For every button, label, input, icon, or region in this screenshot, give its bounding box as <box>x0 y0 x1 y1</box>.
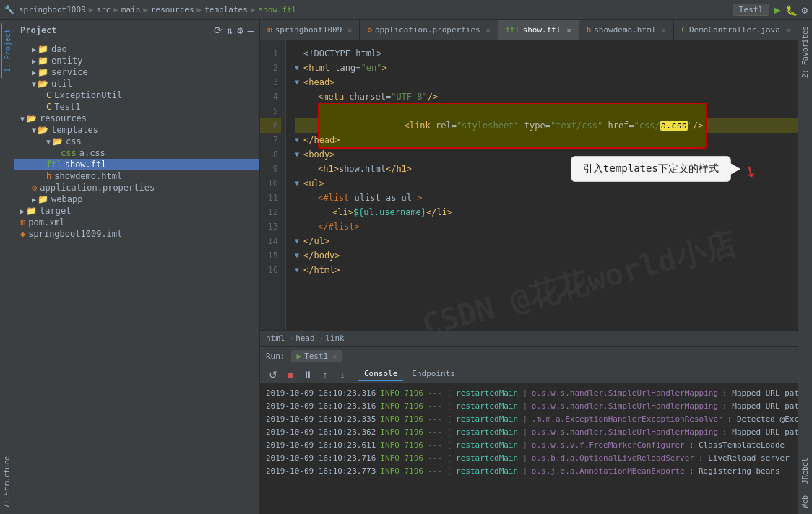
console-msg-3: : Detected @Exception <box>727 413 798 426</box>
line-num-6: 6 <box>260 118 281 133</box>
structure-tab[interactable]: 7: Structure <box>1 450 12 514</box>
tree-item-test1[interactable]: C Test1 <box>14 101 259 113</box>
console-tab-console[interactable]: Console <box>358 367 403 381</box>
restart-btn[interactable]: ↺ <box>266 367 280 382</box>
jrebel-tab[interactable]: JRebel <box>800 452 811 489</box>
line-num-14: 14 <box>260 234 281 248</box>
tree-label-appprops: application.properties <box>40 183 155 193</box>
code-line-13: </#list> <box>295 219 798 234</box>
console-msg-7: : Registering beans <box>689 465 780 478</box>
tree-item-service[interactable]: ▶ 📁 service <box>14 66 259 78</box>
tree-item-acss[interactable]: css a.css <box>14 147 259 159</box>
tab-icon-democontroller: C <box>681 25 686 35</box>
tree-item-appprops[interactable]: ⚙ application.properties <box>14 182 259 193</box>
arrow-css: ▼ <box>46 138 51 146</box>
console-class-2: o.s.w.s.handler.SimpleUrlHandlerMapping <box>532 400 718 413</box>
line-numbers: 1 2 3 4 5 6 7 8 9 10 11 12 13 14 <box>260 40 286 330</box>
tab-close-showftl[interactable]: ✕ <box>567 26 571 34</box>
tree-label-acss: a.css <box>79 148 105 158</box>
arrow-util: ▼ <box>32 80 36 88</box>
close-panel-icon[interactable]: — <box>248 25 254 36</box>
breadcrumb-project: springboot1009 <box>19 5 86 14</box>
code-area[interactable]: <!DOCTYPE html> ▼ <html lang="en"> ▼ <he… <box>286 40 798 330</box>
tab-showftl[interactable]: ftl show.ftl ✕ <box>498 20 579 40</box>
tab-springboot1009[interactable]: m springboot1009 ✕ <box>260 20 360 40</box>
tree-item-exceptionutil[interactable]: C ExceptionUtil <box>14 90 259 101</box>
tree-item-webapp[interactable]: ▶ 📁 webapp <box>14 193 259 205</box>
sync-icon[interactable]: ⟳ <box>214 25 223 36</box>
console-bracket-7: ] <box>522 465 527 478</box>
web-tab[interactable]: Web <box>800 489 811 514</box>
run-config[interactable]: Test1 <box>733 4 769 16</box>
folder-icon-service: 📁 <box>38 67 48 77</box>
arrow-templates: ▼ <box>32 126 36 134</box>
gear-icon[interactable]: ⚙ <box>237 25 243 36</box>
scroll-down-btn[interactable]: ↓ <box>335 367 350 382</box>
tab-close-springboot1009[interactable]: ✕ <box>347 26 352 34</box>
console-content[interactable]: 2019-10-09 16:10:23.316 INFO 7196 --- [ … <box>260 384 798 514</box>
console-level-1: INFO 7196 <box>380 387 423 400</box>
tab-icon-showftl: ftl <box>506 25 520 35</box>
tree-item-pomxml[interactable]: m pom.xml <box>14 217 259 228</box>
console-sep-2: --- [ <box>428 400 452 413</box>
tree-item-entity[interactable]: ▶ 📁 entity <box>14 55 259 66</box>
line-num-10: 10 <box>260 176 281 191</box>
breadcrumb-main: main <box>121 5 141 14</box>
code-line-1: <!DOCTYPE html> <box>295 46 798 61</box>
tree-item-css[interactable]: ▼ 📂 css <box>14 136 259 147</box>
tab-close-democontroller[interactable]: ✕ <box>786 26 790 34</box>
annotation-bubble: 引入templates下定义的样式 <box>571 156 731 182</box>
tree-item-iml[interactable]: ◆ springboot1009.iml <box>14 228 259 240</box>
console-class-6: o.s.b.d.a.OptionalLiveReloadServer <box>532 452 694 465</box>
fold-16: ▼ <box>295 263 302 277</box>
run-tab-close[interactable]: ✕ <box>332 352 337 360</box>
arrow-entity: ▶ <box>32 57 36 65</box>
console-thread-4: restartedMain <box>456 426 518 439</box>
collapse-icon[interactable]: ⇅ <box>227 25 233 36</box>
tab-icon-showdemo: h <box>587 25 592 35</box>
title-right: Test1 ▶ 🐛 ⚙ <box>733 3 808 17</box>
tab-close-showdemo[interactable]: ✕ <box>662 26 666 34</box>
main-area: 1: Project 7: Structure Project ⟳ ⇅ ⚙ — … <box>0 20 812 514</box>
tab-showdemo[interactable]: h showdemo.html ✕ <box>579 20 675 40</box>
run-icon[interactable]: ▶ <box>774 3 781 17</box>
favorites-tab[interactable]: 2: Favorites <box>800 20 811 84</box>
ide-container: 🔧 springboot1009 ▶ src ▶ main ▶ resource… <box>0 0 812 514</box>
tab-democontroller[interactable]: C DemoController.java ✕ <box>674 20 798 40</box>
run-tab-icon: ▶ <box>297 352 302 361</box>
arrow-target: ▶ <box>20 207 25 215</box>
console-bracket-5: ] <box>522 439 527 452</box>
tree-label-templates: templates <box>51 125 98 135</box>
settings-icon[interactable]: ⚙ <box>802 4 808 16</box>
file-icon-exceptionutil: C <box>46 90 51 100</box>
tree-label-service: service <box>51 67 88 77</box>
code-content-16: </html> <box>303 263 340 277</box>
line-num-9: 9 <box>260 162 281 176</box>
tree-item-util[interactable]: ▼ 📂 util <box>14 78 259 90</box>
tree-label-showftl: show.ftl <box>65 160 107 170</box>
console-line-7: 2019-10-09 16:10:23.773 INFO 7196 --- [ … <box>260 465 798 478</box>
stop-btn[interactable]: ■ <box>283 367 298 382</box>
run-tab-test1[interactable]: ▶ Test1 ✕ <box>291 350 343 362</box>
project-tab[interactable]: 1: Project <box>1 23 13 78</box>
line-num-7: 7 <box>260 133 281 147</box>
tree-item-resources[interactable]: ▼ 📂 resources <box>14 113 259 124</box>
tab-appprops[interactable]: ⚙ application.properties ✕ <box>360 20 498 40</box>
scroll-up-btn[interactable]: ↑ <box>318 367 332 382</box>
console-msg-6: : LiveReload server <box>699 452 790 465</box>
console-tab-endpoints[interactable]: Endpoints <box>406 367 461 381</box>
tree-item-templates[interactable]: ▼ 📂 templates <box>14 124 259 136</box>
tree-item-dao[interactable]: ▶ 📁 dao <box>14 43 259 55</box>
tree-item-target[interactable]: ▶ 📁 target <box>14 205 259 217</box>
tab-close-appprops[interactable]: ✕ <box>486 26 491 34</box>
tree-item-showftl[interactable]: ftl show.ftl <box>14 159 259 170</box>
tree-item-showdemo[interactable]: h showdemo.html <box>14 170 259 182</box>
pause-btn[interactable]: ⏸ <box>301 367 315 382</box>
fold-8: ▼ <box>295 147 302 162</box>
debug-icon[interactable]: 🐛 <box>785 4 798 16</box>
panel-actions: ⟳ ⇅ ⚙ — <box>214 25 254 36</box>
code-line-15: ▼ </body> <box>295 248 798 263</box>
right-side-tabs: 2: Favorites JRebel Web <box>798 20 812 514</box>
console-line-4: 2019-10-09 16:10:23.362 INFO 7196 --- [ … <box>260 426 798 439</box>
line-num-15: 15 <box>260 248 281 263</box>
